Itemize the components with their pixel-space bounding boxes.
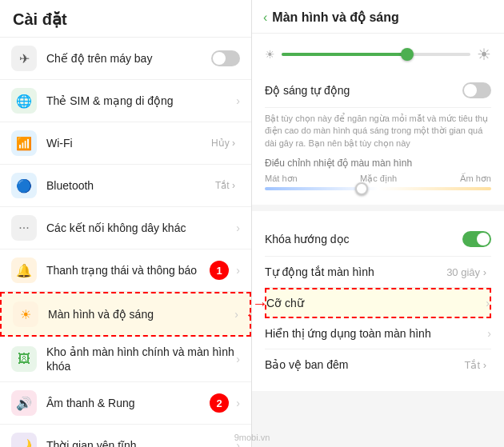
lockscreen-chevron: › bbox=[236, 353, 240, 365]
orientation-toggle[interactable] bbox=[462, 231, 491, 247]
arrow-font-size: → bbox=[252, 294, 268, 313]
setting-item-bluetooth[interactable]: 🔵BluetoothTắt › bbox=[0, 165, 251, 207]
auto-brightness-row: Độ sáng tự động bbox=[265, 74, 491, 108]
right-row-night[interactable]: Bảo vệ ban đêmTắt › bbox=[265, 349, 491, 380]
auto-brightness-label: Độ sáng tự động bbox=[265, 84, 462, 97]
night-label: Bảo vệ ban đêm bbox=[265, 358, 465, 371]
fullscreen-label: Hiển thị ứng dụng toàn màn hình bbox=[265, 327, 487, 340]
screen-rows-section: Khóa hướng dọcTự động tắt màn hình30 giâ… bbox=[252, 211, 504, 391]
orientation-label: Khóa hướng dọc bbox=[265, 233, 462, 245]
color-am-hon: Ấm hơn bbox=[460, 174, 491, 184]
other-conn-chevron: › bbox=[236, 222, 240, 234]
sound-label: Âm thanh & Rung bbox=[46, 396, 236, 410]
wifi-value: Hủy › bbox=[211, 138, 235, 149]
fullscreen-chevron: › bbox=[487, 327, 491, 340]
color-mat-hon: Mát hơn bbox=[265, 174, 298, 184]
setting-item-wifi[interactable]: 📶Wi-FiHủy › bbox=[0, 122, 251, 165]
setting-item-sim[interactable]: 🌐Thẻ SIM & mạng di động› bbox=[0, 80, 251, 122]
setting-item-screen[interactable]: ☀Màn hình và độ sáng›← bbox=[0, 292, 251, 337]
notification-badge: 1 bbox=[210, 261, 229, 280]
brightness-low-icon: ☀ bbox=[265, 48, 275, 61]
setting-item-dnd[interactable]: 🌙Thời gian yên tĩnh› bbox=[0, 425, 251, 447]
sim-icon: 🌐 bbox=[11, 88, 37, 114]
color-temp-label: Điều chỉnh nhiệt độ màu màn hình bbox=[265, 158, 491, 169]
notification-chevron: › bbox=[236, 264, 240, 277]
bluetooth-label: Bluetooth bbox=[46, 178, 215, 193]
right-row-font-size[interactable]: →Cỡ chữ› bbox=[265, 288, 491, 318]
right-row-auto-off[interactable]: Tự động tắt màn hình30 giây › bbox=[265, 257, 491, 288]
airplane-icon: ✈ bbox=[11, 46, 37, 71]
bluetooth-icon: 🔵 bbox=[11, 173, 37, 198]
airplane-toggle[interactable] bbox=[211, 50, 240, 66]
left-panel: Cài đặt ✈Chế độ trên máy bay🌐Thẻ SIM & m… bbox=[0, 0, 252, 447]
lockscreen-label: Kho ảnh màn hình chính và màn hình khóa bbox=[46, 345, 236, 373]
right-header: ‹ Màn hình và độ sáng bbox=[252, 0, 504, 34]
color-mac-dinh: Mặc định bbox=[360, 174, 397, 184]
bluetooth-value: Tắt › bbox=[215, 180, 235, 191]
brightness-high-icon: ☀ bbox=[477, 45, 491, 64]
watermark: 9mobi.vn bbox=[234, 433, 270, 442]
setting-item-other-conn[interactable]: ···Các kết nối không dây khác› bbox=[0, 207, 251, 249]
auto-off-value: 30 giây › bbox=[446, 266, 486, 278]
auto-brightness-toggle[interactable] bbox=[462, 82, 491, 98]
setting-item-lockscreen[interactable]: 🖼Kho ảnh màn hình chính và màn hình khóa… bbox=[0, 337, 251, 382]
wifi-label: Wi-Fi bbox=[46, 136, 211, 150]
notification-label: Thanh trạng thái và thông báo bbox=[46, 263, 236, 277]
lockscreen-icon: 🖼 bbox=[11, 346, 37, 372]
sound-chevron: › bbox=[236, 397, 240, 409]
right-row-fullscreen[interactable]: Hiển thị ứng dụng toàn màn hình› bbox=[265, 318, 491, 349]
color-temp-slider[interactable] bbox=[265, 187, 491, 190]
airplane-label: Chế độ trên máy bay bbox=[46, 51, 211, 66]
setting-item-notification[interactable]: 🔔Thanh trạng thái và thông báo›1 bbox=[0, 249, 251, 292]
screen-label: Màn hình và độ sáng bbox=[48, 307, 234, 321]
right-panel: ‹ Màn hình và độ sáng ☀ ☀ Độ sáng tự độn… bbox=[252, 0, 504, 447]
sim-chevron: › bbox=[236, 94, 240, 107]
right-content: ☀ ☀ Độ sáng tự động Bật tùy chọn này để … bbox=[252, 34, 504, 447]
notification-icon: 🔔 bbox=[11, 257, 37, 283]
auto-off-label: Tự động tắt màn hình bbox=[265, 265, 446, 278]
setting-item-airplane[interactable]: ✈Chế độ trên máy bay bbox=[0, 38, 251, 80]
brightness-slider[interactable] bbox=[282, 53, 470, 56]
back-icon[interactable]: ‹ bbox=[263, 10, 267, 25]
font-size-label: Cỡ chữ bbox=[266, 297, 486, 309]
left-title: Cài đặt bbox=[0, 0, 251, 38]
sim-label: Thẻ SIM & mạng di động bbox=[46, 94, 236, 108]
dnd-label: Thời gian yên tĩnh bbox=[46, 438, 236, 447]
night-value: Tắt › bbox=[465, 359, 487, 371]
other-conn-label: Các kết nối không dây khác bbox=[46, 221, 236, 235]
sound-icon: 🔊 bbox=[11, 390, 37, 416]
brightness-row: ☀ ☀ bbox=[265, 45, 491, 64]
arrow-screen: ← bbox=[245, 305, 252, 324]
settings-list: ✈Chế độ trên máy bay🌐Thẻ SIM & mạng di đ… bbox=[0, 38, 251, 447]
sound-badge: 2 bbox=[210, 393, 229, 413]
font-size-chevron: › bbox=[486, 297, 490, 309]
wifi-icon: 📶 bbox=[11, 130, 37, 156]
right-row-orientation[interactable]: Khóa hướng dọc bbox=[265, 222, 491, 257]
right-title: Màn hình và độ sáng bbox=[272, 10, 398, 25]
screen-icon: ☀ bbox=[13, 301, 38, 327]
brightness-section: ☀ ☀ Độ sáng tự động Bật tùy chọn này để … bbox=[252, 34, 504, 205]
dnd-icon: 🌙 bbox=[11, 433, 37, 447]
auto-brightness-desc: Bật tùy chọn này để ngăn ngừa mỏi mắt và… bbox=[265, 113, 491, 150]
color-temp-labels: Mát hơn Mặc định Ấm hơn bbox=[265, 174, 491, 184]
other-conn-icon: ··· bbox=[11, 215, 37, 241]
screen-chevron: › bbox=[234, 308, 238, 321]
setting-item-sound[interactable]: 🔊Âm thanh & Rung›2 bbox=[0, 382, 251, 425]
